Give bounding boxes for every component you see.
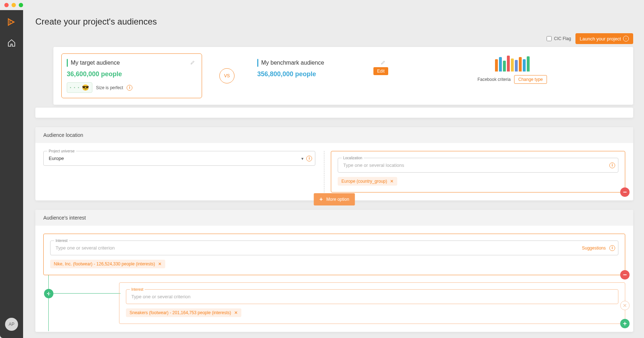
audience-interest-section: Audience's interest Interest Suggestions…	[35, 210, 633, 332]
target-audience-card[interactable]: My target audience 36,600,000 people 😎 S…	[61, 53, 202, 98]
cic-flag-label: CIC Flag	[554, 36, 571, 41]
interest-field-2[interactable]: Interest	[126, 289, 618, 304]
location-tag[interactable]: Europe (country_group) ✕	[338, 177, 397, 186]
cic-flag-toggle[interactable]: CIC Flag	[547, 36, 571, 41]
page-title: Create your project's audiences	[35, 17, 633, 27]
size-meter: 😎	[67, 82, 92, 93]
window-close-dot[interactable]	[4, 3, 9, 7]
people-illustration-icon	[492, 53, 532, 72]
location-section-title: Audience location	[35, 127, 633, 143]
vertical-divider	[324, 151, 324, 192]
suggestions-link[interactable]: Suggestions	[582, 246, 606, 251]
edit-benchmark-icon[interactable]	[381, 60, 386, 66]
target-accent-bar	[67, 59, 68, 67]
window-titlebar	[0, 0, 644, 10]
info-icon[interactable]: i	[609, 245, 615, 251]
app-logo[interactable]	[6, 17, 17, 29]
project-universe-field[interactable]: Project universe ▼ i	[43, 151, 315, 166]
project-universe-input[interactable]	[49, 156, 310, 161]
connector-line	[48, 275, 49, 331]
connector-line-h	[48, 293, 121, 294]
plus-icon: +	[319, 196, 323, 203]
size-status-text: Size is perfect	[96, 85, 123, 90]
window-min-dot[interactable]	[12, 3, 16, 7]
project-universe-label: Project universe	[47, 149, 76, 153]
criteria-panel: Facebook criteria Change type	[399, 53, 625, 84]
benchmark-audience-card[interactable]: My benchmark audience 356,800,000 people	[252, 53, 393, 83]
interest-box-1: Interest Suggestions i Nike, Inc. (footw…	[43, 234, 625, 275]
localization-input[interactable]	[343, 162, 613, 168]
change-type-button[interactable]: Change type	[514, 75, 547, 84]
remove-localization-button[interactable]: −	[620, 187, 630, 197]
window-max-dot[interactable]	[19, 3, 23, 7]
add-interest-and-button[interactable]: +	[44, 289, 53, 298]
remove-tag-icon[interactable]: ✕	[390, 179, 394, 184]
benchmark-audience-count: 356,800,000 people	[257, 70, 386, 78]
collapsed-card	[35, 108, 633, 118]
interest-field-1[interactable]: Interest Suggestions i	[50, 240, 618, 255]
interest-legend: Interest	[130, 287, 145, 291]
more-option-button[interactable]: + More option	[314, 193, 355, 205]
info-icon[interactable]: i	[609, 162, 615, 168]
remove-nested-interest-button[interactable]: ✕	[620, 301, 630, 310]
edit-target-icon[interactable]	[190, 60, 195, 66]
user-avatar[interactable]: AP	[5, 318, 18, 331]
info-icon[interactable]: i	[306, 156, 312, 161]
audience-summary-card: My target audience 36,600,000 people 😎 S…	[53, 47, 633, 105]
sidebar: AP	[0, 10, 23, 338]
criteria-source-label: Facebook criteria	[477, 77, 511, 82]
sunglasses-emoji-icon: 😎	[82, 84, 89, 91]
interest-tag-sneakers[interactable]: Sneakers (footwear) - 201,164,753 people…	[126, 308, 241, 317]
remove-tag-icon[interactable]: ✕	[234, 310, 238, 315]
launch-project-button[interactable]: Launch your project ›	[575, 33, 633, 44]
interest-tag-nike[interactable]: Nike, Inc. (footwear) - 126,524,330 peop…	[50, 260, 165, 268]
cic-flag-checkbox[interactable]	[547, 36, 552, 41]
home-icon[interactable]	[7, 39, 16, 48]
localization-panel: Localization i Europe (country_group) ✕ …	[331, 151, 625, 192]
interest-input-2[interactable]	[131, 294, 613, 299]
edit-benchmark-button[interactable]: Edit	[373, 67, 388, 75]
add-nested-interest-button[interactable]: +	[620, 319, 630, 328]
info-icon[interactable]: i	[127, 85, 132, 91]
localization-label: Localization	[342, 156, 364, 160]
dropdown-caret-icon[interactable]: ▼	[301, 156, 304, 160]
remove-tag-icon[interactable]: ✕	[158, 261, 162, 266]
audience-location-section: Audience location Project universe ▼ i	[35, 127, 633, 200]
benchmark-audience-title: My benchmark audience	[261, 60, 324, 66]
localization-field[interactable]: Localization i	[338, 158, 618, 173]
arrow-right-icon: ›	[623, 36, 629, 42]
vs-separator: VS	[219, 68, 235, 83]
target-audience-title: My target audience	[71, 60, 120, 66]
interest-legend: Interest	[54, 239, 69, 243]
interest-section-title: Audience's interest	[35, 210, 633, 226]
interest-box-2: Interest Sneakers (footwear) - 201,164,7…	[119, 282, 625, 324]
target-audience-count: 36,600,000 people	[67, 70, 195, 78]
interest-input-1[interactable]	[56, 245, 613, 251]
benchmark-accent-bar	[257, 59, 258, 67]
